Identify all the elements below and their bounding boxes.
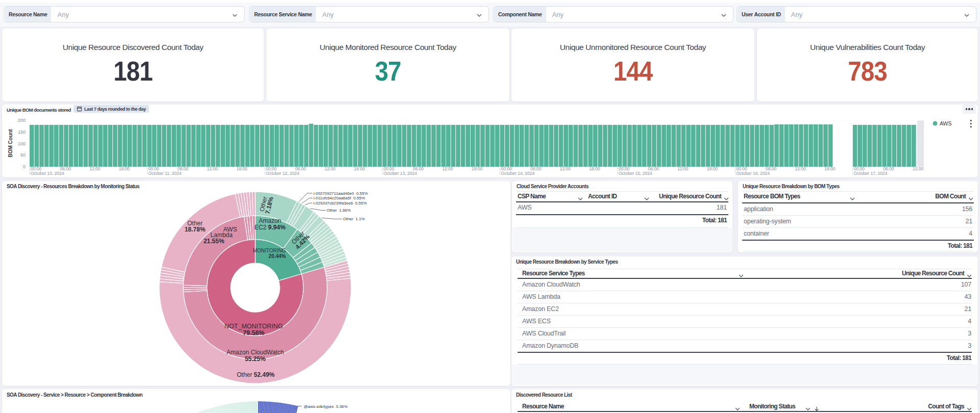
- svg-text:October 14, 2024: October 14, 2024: [501, 171, 535, 176]
- svg-text:18:00: 18:00: [472, 166, 483, 171]
- svg-text:06:00: 06:00: [178, 166, 189, 171]
- svg-text:18.78%: 18.78%: [185, 226, 206, 233]
- svg-text:06:00: 06:00: [766, 166, 777, 171]
- svg-text:00:00: 00:00: [266, 166, 277, 171]
- svg-text:06:00: 06:00: [413, 166, 424, 171]
- svg-text:October 13, 2024: October 13, 2024: [383, 171, 417, 176]
- svg-text:Amazon CloudWatch: Amazon CloudWatch: [227, 349, 284, 356]
- svg-text:00:00: 00:00: [31, 166, 42, 171]
- svg-text:50: 50: [20, 152, 26, 158]
- svg-text:October 16, 2024: October 16, 2024: [736, 171, 770, 176]
- svg-text:i-0027092711aad46e0 0.55%: i-0027092711aad46e0 0.55%: [313, 191, 368, 196]
- svg-text:06:00: 06:00: [60, 166, 71, 171]
- svg-text:October 11, 2024: October 11, 2024: [148, 171, 181, 176]
- svg-text:EC2 9.94%: EC2 9.94%: [255, 224, 286, 231]
- svg-text:12:00: 12:00: [207, 166, 218, 171]
- svg-text:150: 150: [18, 130, 26, 135]
- svg-text:@aws-sdk/types 0.36%: @aws-sdk/types 0.36%: [304, 404, 348, 409]
- svg-text:12:00: 12:00: [325, 166, 336, 171]
- svg-text:MONITORING: MONITORING: [253, 248, 286, 253]
- svg-text:06:00: 06:00: [648, 166, 659, 171]
- svg-text:October 15, 2024: October 15, 2024: [619, 171, 652, 176]
- svg-text:00:00: 00:00: [148, 166, 159, 171]
- svg-text:00:00: 00:00: [383, 166, 395, 171]
- svg-text:Amazon: Amazon: [259, 217, 281, 224]
- svg-text:00:00: 00:00: [854, 166, 865, 171]
- svg-text:06:00: 06:00: [883, 166, 894, 171]
- svg-text:12:00: 12:00: [913, 166, 924, 171]
- svg-text:00:00: 00:00: [501, 166, 512, 171]
- svg-text:06:00: 06:00: [530, 166, 542, 171]
- svg-text:12:00: 12:00: [795, 166, 806, 171]
- svg-text:20.44%: 20.44%: [268, 253, 286, 259]
- svg-text:BOM Count: BOM Count: [8, 129, 13, 158]
- svg-text:55.25%: 55.25%: [245, 355, 266, 363]
- svg-text:79.56%: 79.56%: [243, 329, 264, 337]
- svg-text:NOT_MONITORING: NOT_MONITORING: [225, 323, 283, 330]
- svg-text:200: 200: [18, 118, 26, 123]
- svg-text:Other 1.66%: Other 1.66%: [327, 208, 351, 213]
- svg-text:Other 52.49%: Other 52.49%: [237, 371, 275, 378]
- svg-text:21.55%: 21.55%: [204, 238, 225, 245]
- svg-text:0: 0: [23, 164, 26, 169]
- svg-text:October 17, 2024: October 17, 2024: [854, 171, 888, 176]
- svg-text:18:00: 18:00: [824, 166, 836, 171]
- svg-text:12:00: 12:00: [442, 166, 453, 171]
- svg-text:i-0292d7cb239fa3ee6 0.55%: i-0292d7cb239fa3ee6 0.55%: [313, 201, 367, 205]
- svg-text:12:00: 12:00: [677, 166, 689, 171]
- svg-text:18:00: 18:00: [354, 166, 365, 171]
- svg-text:00:00: 00:00: [736, 166, 747, 171]
- svg-text:12:00: 12:00: [89, 166, 101, 171]
- svg-text:Other 1.1%: Other 1.1%: [343, 217, 365, 221]
- svg-text:October 12, 2024: October 12, 2024: [266, 171, 300, 176]
- svg-text:AWS: AWS: [940, 120, 952, 126]
- svg-text:18:00: 18:00: [236, 166, 248, 171]
- svg-text:12:00: 12:00: [560, 166, 571, 171]
- svg-text:i-011cfc64c20aa6a5f 0.55%: i-011cfc64c20aa6a5f 0.55%: [313, 196, 365, 200]
- svg-text:October 10, 2024: October 10, 2024: [31, 171, 64, 176]
- svg-text:18:00: 18:00: [707, 166, 718, 171]
- svg-text:06:00: 06:00: [295, 166, 306, 171]
- svg-text:18:00: 18:00: [119, 166, 130, 171]
- svg-text:100: 100: [18, 141, 26, 146]
- svg-text:00:00: 00:00: [619, 166, 630, 171]
- svg-text:18:00: 18:00: [589, 166, 600, 171]
